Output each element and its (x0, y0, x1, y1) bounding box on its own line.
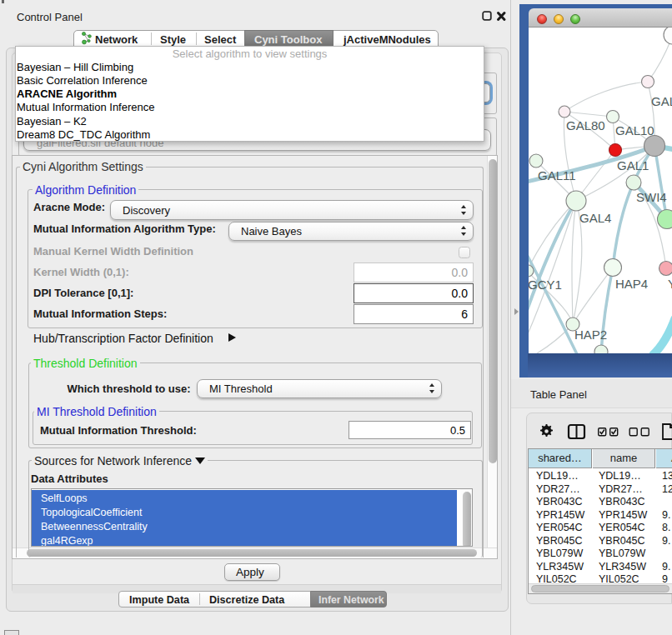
svg-text:GAL4: GAL4 (579, 211, 611, 225)
svg-text:GCY1: GCY1 (529, 278, 562, 292)
svg-text:GAL11: GAL11 (538, 168, 576, 182)
svg-text:HAP4: HAP4 (615, 277, 648, 291)
svg-text:Y: Y (668, 277, 672, 291)
svg-text:GAL7: GAL7 (651, 94, 672, 108)
svg-text:HAP2: HAP2 (574, 328, 607, 342)
svg-text:GAL1: GAL1 (617, 158, 649, 172)
svg-text:GAL10: GAL10 (615, 123, 654, 138)
svg-text:SWI4: SWI4 (636, 190, 667, 204)
svg-text:GAL80: GAL80 (566, 118, 605, 132)
